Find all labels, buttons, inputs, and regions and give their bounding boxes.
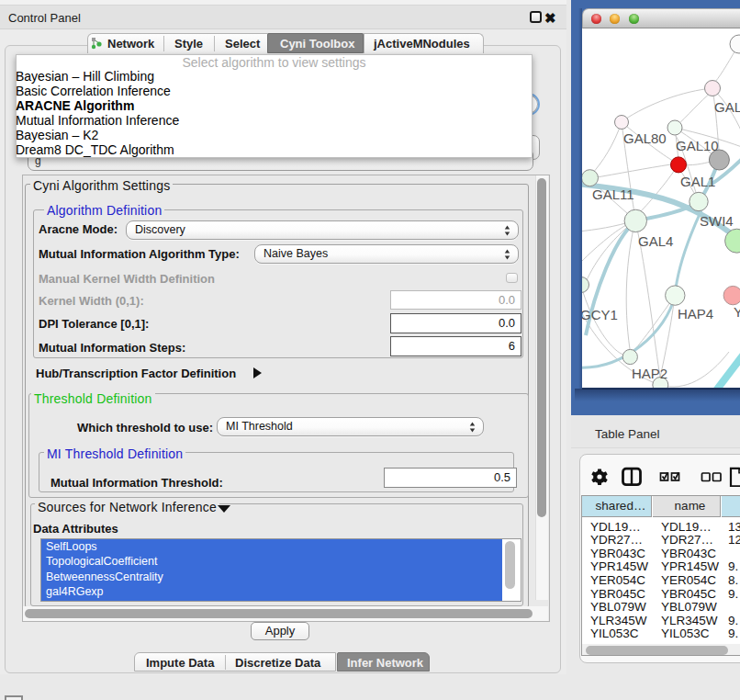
svg-text:GAL80: GAL80 bbox=[623, 130, 667, 146]
svg-text:GCY1: GCY1 bbox=[582, 307, 618, 322]
svg-text:SWI4: SWI4 bbox=[700, 213, 734, 229]
svg-text:Y: Y bbox=[734, 304, 740, 320]
svg-text:HAP4: HAP4 bbox=[678, 306, 713, 322]
svg-text:HAP2: HAP2 bbox=[632, 366, 667, 381]
svg-text:GAL10: GAL10 bbox=[676, 138, 719, 153]
svg-text:GAL4: GAL4 bbox=[638, 233, 673, 249]
svg-text:GAL11: GAL11 bbox=[592, 186, 634, 202]
svg-text:GAL1: GAL1 bbox=[680, 174, 715, 189]
svg-text:GAL: GAL bbox=[714, 99, 740, 115]
